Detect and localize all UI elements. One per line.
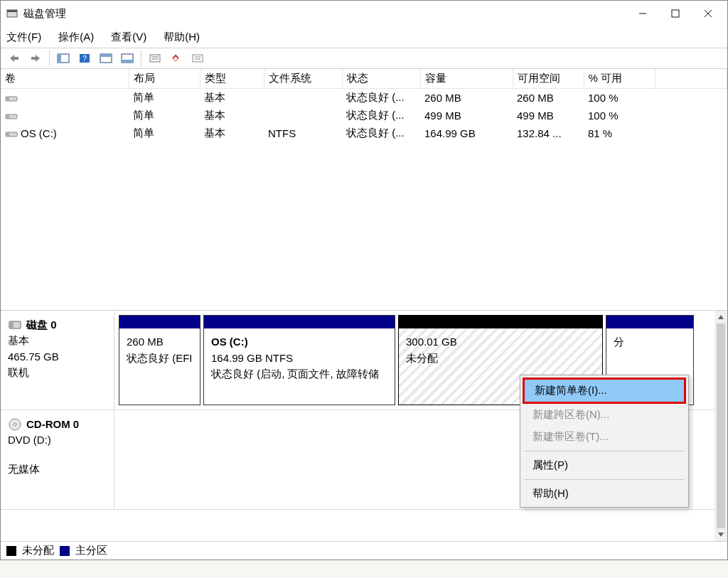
menu-help[interactable]: 帮助(H) xyxy=(164,31,200,44)
scroll-thumb[interactable] xyxy=(717,323,725,528)
legend-primary: 主分区 xyxy=(75,544,107,557)
menu-new-simple-volume[interactable]: 新建简单卷(I)... xyxy=(525,380,684,402)
vol-pctfree: 100 % xyxy=(584,107,655,124)
toolbar-separator xyxy=(49,50,50,66)
partition-status: 状态良好 (启动, 页面文件, 故障转储 xyxy=(211,366,387,382)
svg-rect-18 xyxy=(150,55,160,62)
partition-header xyxy=(399,316,602,328)
app-icon xyxy=(6,8,18,19)
menubar: 文件(F) 操作(A) 查看(V) 帮助(H) xyxy=(1,26,727,48)
toolbar-separator xyxy=(141,50,141,66)
vol-fs xyxy=(264,107,342,124)
view-bottom-button[interactable] xyxy=(118,50,136,66)
col-capacity[interactable]: 容量 xyxy=(420,69,513,89)
svg-rect-25 xyxy=(6,97,9,100)
partition[interactable]: OS (C:)164.99 GB NTFS状态良好 (启动, 页面文件, 故障转… xyxy=(203,315,395,405)
vol-layout: 简单 xyxy=(129,107,200,124)
menu-file[interactable]: 文件(F) xyxy=(6,31,41,44)
maximize-button[interactable] xyxy=(659,2,692,25)
vol-type: 基本 xyxy=(200,124,264,142)
table-row[interactable]: OS (C:)简单基本NTFS状态良好 (...164.99 GB132.84 … xyxy=(1,124,727,142)
page-footer-space xyxy=(0,560,728,578)
table-row[interactable]: 简单基本状态良好 (...260 MB260 MB100 % xyxy=(1,89,727,107)
disk-name: 磁盘 0 xyxy=(26,317,57,333)
col-fs[interactable]: 文件系统 xyxy=(264,69,342,89)
svg-rect-9 xyxy=(31,57,36,60)
show-console-tree-button[interactable] xyxy=(54,50,73,66)
vol-fs: NTFS xyxy=(264,124,342,142)
legend-swatch-primary xyxy=(60,546,70,556)
partition-status: 分 xyxy=(614,334,686,350)
menu-separator xyxy=(524,451,685,451)
settings-button[interactable] xyxy=(146,50,164,66)
vol-free: 132.84 ... xyxy=(513,124,584,142)
disk-size: 465.75 GB xyxy=(8,349,107,365)
partition-header xyxy=(606,316,693,328)
close-button[interactable] xyxy=(692,2,724,25)
svg-text:?: ? xyxy=(82,55,87,63)
disk-state: 联机 xyxy=(8,365,107,381)
legend-unallocated: 未分配 xyxy=(22,544,54,557)
svg-rect-21 xyxy=(193,55,203,62)
svg-rect-1 xyxy=(7,10,17,12)
volume-table: 卷 布局 类型 文件系统 状态 容量 可用空间 % 可用 简单基本状态良好 (.… xyxy=(1,69,727,311)
volume-icon xyxy=(5,130,18,139)
disk-type: DVD (D:) xyxy=(8,432,107,449)
svg-rect-27 xyxy=(6,115,9,118)
col-layout[interactable]: 布局 xyxy=(129,69,200,89)
vol-free: 260 MB xyxy=(513,89,584,107)
menu-properties[interactable]: 属性(P) xyxy=(523,454,686,476)
scroll-down-icon[interactable] xyxy=(714,528,727,541)
refresh-button[interactable] xyxy=(167,50,186,66)
partition-header xyxy=(204,316,395,328)
scroll-up-icon[interactable] xyxy=(714,311,727,323)
cdrom-icon xyxy=(8,417,22,432)
svg-rect-17 xyxy=(122,60,133,63)
toolbar: ? xyxy=(1,48,727,69)
svg-rect-11 xyxy=(58,54,61,63)
menu-view[interactable]: 查看(V) xyxy=(111,31,146,44)
col-status[interactable]: 状态 xyxy=(342,69,420,89)
vol-type: 基本 xyxy=(200,107,264,124)
properties-button[interactable] xyxy=(188,50,207,66)
forward-button[interactable] xyxy=(26,50,45,66)
minimize-button[interactable] xyxy=(626,2,659,25)
svg-marker-34 xyxy=(718,315,724,319)
context-menu: 新建简单卷(I)... 新建跨区卷(N)... 新建带区卷(T)... 属性(P… xyxy=(520,375,689,508)
menu-help[interactable]: 帮助(H) xyxy=(523,483,686,505)
col-volume[interactable]: 卷 xyxy=(1,69,129,89)
menu-separator xyxy=(524,479,685,480)
volume-icon xyxy=(5,95,18,103)
highlighted-menu-item-box: 新建简单卷(I)... xyxy=(523,378,686,404)
vol-layout: 简单 xyxy=(129,124,200,142)
partition[interactable]: 260 MB状态良好 (EFI xyxy=(119,315,200,405)
svg-marker-8 xyxy=(36,55,40,62)
partition-size: 164.99 GB NTFS xyxy=(211,350,387,367)
disk-label-panel[interactable]: CD-ROM 0DVD (D:)无媒体 xyxy=(1,410,114,509)
partition-status: 状态良好 (EFI xyxy=(127,350,193,367)
vertical-scrollbar[interactable] xyxy=(714,311,727,541)
vol-status: 状态良好 (... xyxy=(342,124,420,142)
table-row[interactable]: 简单基本状态良好 (...499 MB499 MB100 % xyxy=(1,107,727,124)
help-button[interactable]: ? xyxy=(75,50,94,66)
partition-status: 未分配 xyxy=(406,350,595,367)
menu-action[interactable]: 操作(A) xyxy=(58,31,94,44)
col-pctfree[interactable]: % 可用 xyxy=(584,69,655,89)
col-type[interactable]: 类型 xyxy=(200,69,264,89)
vol-pctfree: 100 % xyxy=(584,89,655,107)
svg-marker-6 xyxy=(10,55,14,62)
volume-icon xyxy=(5,112,18,121)
col-free[interactable]: 可用空间 xyxy=(513,69,584,89)
svg-rect-7 xyxy=(14,57,18,60)
legend-swatch-unallocated xyxy=(6,546,16,556)
back-button[interactable] xyxy=(5,50,23,66)
view-top-button[interactable] xyxy=(97,50,115,66)
vol-free: 499 MB xyxy=(513,107,584,124)
vol-pctfree: 81 % xyxy=(584,124,655,142)
disk-state: 无媒体 xyxy=(8,461,107,478)
vol-status: 状态良好 (... xyxy=(342,107,420,124)
vol-capacity: 164.99 GB xyxy=(420,124,513,142)
vol-name: OS (C:) xyxy=(21,127,57,139)
svg-rect-31 xyxy=(10,322,14,328)
disk-label-panel[interactable]: 磁盘 0基本465.75 GB联机 xyxy=(1,311,114,410)
